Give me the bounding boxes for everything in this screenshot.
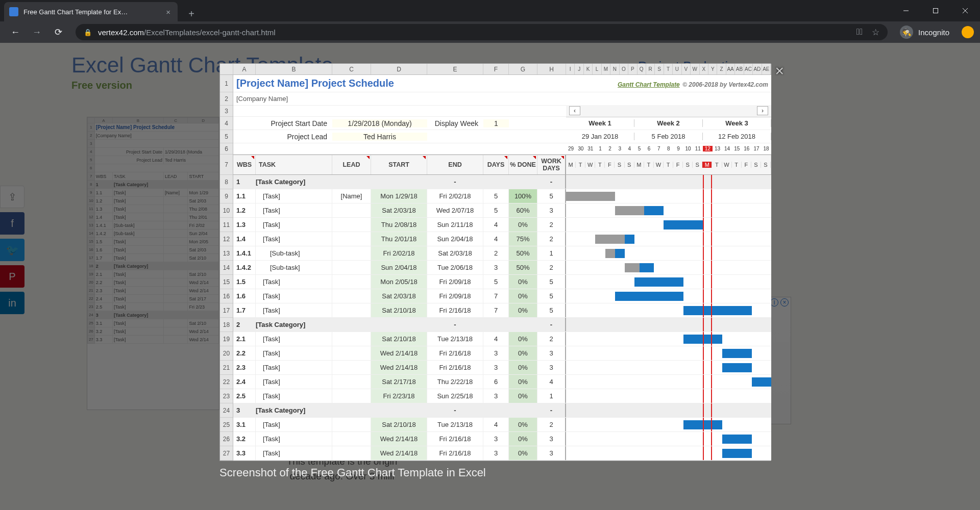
spreadsheet-col-headers: ABCDEFGHIJKLMNOPQRSTUVWXYZAAABACADAE <box>220 64 771 75</box>
browser-toolbar: ← → ⟳ 🔒 vertex42.com/ExcelTemplates/exce… <box>0 21 980 43</box>
browser-chrome: Free Gantt Chart Template for Ex… × + ← … <box>0 0 980 43</box>
image-lightbox: × ABCDEFGHIJKLMNOPQRSTUVWXYZAAABACADAE 1… <box>219 63 771 479</box>
back-button[interactable]: ← <box>6 23 24 41</box>
spreadsheet-row-headers: 1234567891011121314151617181920212223242… <box>220 75 233 461</box>
category-row: 3 [Task Category] - - <box>233 403 771 418</box>
task-row: 1.3 [Task] Thu 2/08/18 Sun 2/11/18 4 0% … <box>233 218 771 232</box>
lightbox-caption: Screenshot of the Free Gantt Chart Templ… <box>219 466 771 479</box>
task-row: 1.4.2 [Sub-task] Sun 2/04/18 Tue 2/06/18… <box>233 261 771 275</box>
task-row: 3.2 [Task] Wed 2/14/18 Fri 2/16/18 3 0% … <box>233 432 771 446</box>
lightbox-close-button[interactable]: × <box>775 62 784 80</box>
bookmark-star-icon[interactable]: ☆ <box>872 27 879 38</box>
new-tab-button[interactable]: + <box>184 6 199 21</box>
sheet-company: [Company Name] <box>233 95 566 103</box>
incognito-label: Incognito <box>918 28 949 37</box>
spreadsheet: ABCDEFGHIJKLMNOPQRSTUVWXYZAAABACADAE 123… <box>220 64 771 461</box>
reload-button[interactable]: ⟳ <box>49 23 67 41</box>
forward-button[interactable]: → <box>28 23 46 41</box>
window-maximize-button[interactable] <box>921 0 950 21</box>
category-row: 1 [Task Category] - - <box>233 175 771 189</box>
task-row: 1.2 [Task] Sat 2/03/18 Wed 2/07/18 5 60%… <box>233 203 771 218</box>
profile-avatar[interactable] <box>962 26 974 38</box>
spreadsheet-body: [Project Name] Project ScheduleGantt Cha… <box>233 75 771 461</box>
tab-strip: Free Gantt Chart Template for Ex… × + <box>0 0 980 21</box>
gantt-next-week-button[interactable]: › <box>757 106 768 115</box>
task-row: 2.5 [Task] Fri 2/23/18 Sun 2/25/18 3 0% … <box>233 389 771 403</box>
favicon <box>9 7 18 16</box>
lock-icon: 🔒 <box>84 29 92 36</box>
gantt-prev-week-button[interactable]: ‹ <box>569 106 580 115</box>
task-row: 3.3 [Task] Wed 2/14/18 Fri 2/16/18 3 0% … <box>233 446 771 461</box>
incognito-icon: 🕵 <box>900 26 913 39</box>
svg-rect-1 <box>934 9 938 13</box>
incognito-indicator[interactable]: 🕵 Incognito <box>900 26 949 39</box>
address-bar[interactable]: 🔒 vertex42.com/ExcelTemplates/excel-gant… <box>76 24 888 40</box>
browser-tab[interactable]: Free Gantt Chart Template for Ex… × <box>4 2 178 21</box>
task-row: 2.1 [Task] Sat 2/10/18 Tue 2/13/18 4 0% … <box>233 332 771 346</box>
task-row: 3.1 [Task] Sat 2/10/18 Tue 2/13/18 4 0% … <box>233 418 771 432</box>
task-row: 2.3 [Task] Wed 2/14/18 Fri 2/16/18 3 0% … <box>233 361 771 375</box>
task-row: 1.4.1 [Sub-task] Fri 2/02/18 Sat 2/03/18… <box>233 246 771 261</box>
window-controls <box>891 0 980 21</box>
task-row: 2.2 [Task] Wed 2/14/18 Fri 2/16/18 3 0% … <box>233 346 771 361</box>
url-text: vertex42.com/ExcelTemplates/excel-gantt-… <box>98 28 276 37</box>
window-close-button[interactable] <box>950 0 980 21</box>
sheet-title: [Project Name] Project Schedule <box>233 78 566 89</box>
category-row: 2 [Task Category] - - <box>233 318 771 332</box>
task-row: 1.6 [Task] Sat 2/03/18 Fri 2/09/18 7 0% … <box>233 289 771 303</box>
task-row: 1.1 [Task] [Name] Mon 1/29/18 Fri 2/02/1… <box>233 189 771 203</box>
lightbox-image: ABCDEFGHIJKLMNOPQRSTUVWXYZAAABACADAE 123… <box>219 63 771 461</box>
tab-title: Free Gantt Chart Template for Ex… <box>23 8 161 16</box>
task-row: 1.5 [Task] Mon 2/05/18 Fri 2/09/18 5 0% … <box>233 275 771 289</box>
task-row: 2.4 [Task] Sat 2/17/18 Thu 2/22/18 6 0% … <box>233 375 771 389</box>
task-row: 1.7 [Task] Sat 2/10/18 Fri 2/16/18 7 0% … <box>233 303 771 318</box>
eye-off-icon[interactable]: 👁⃠ <box>856 27 863 37</box>
window-minimize-button[interactable] <box>891 0 921 21</box>
tab-close-icon[interactable]: × <box>166 8 170 16</box>
task-row: 1.4 [Task] Thu 2/01/18 Sun 2/04/18 4 75%… <box>233 232 771 246</box>
